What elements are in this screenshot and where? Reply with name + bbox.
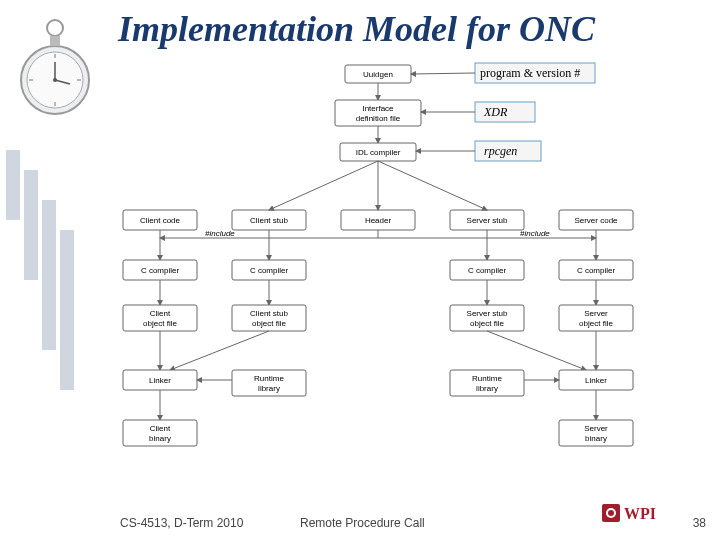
footer-course: CS-4513, D-Term 2010 — [120, 516, 243, 530]
svg-text:C compiler: C compiler — [141, 266, 180, 275]
svg-text:object file: object file — [252, 319, 286, 328]
svg-text:C compiler: C compiler — [577, 266, 616, 275]
svg-text:library: library — [476, 384, 498, 393]
slide-title: Implementation Model for ONC — [118, 8, 595, 50]
svg-text:object file: object file — [470, 319, 504, 328]
callout-xdr: XDR — [483, 105, 508, 119]
svg-line-74 — [170, 331, 269, 370]
svg-line-23 — [411, 73, 475, 74]
row-sources: Client code Client stub Header Server st… — [123, 210, 633, 230]
svg-text:Interface: Interface — [362, 104, 394, 113]
page-number: 38 — [693, 516, 706, 530]
svg-text:object file: object file — [143, 319, 177, 328]
svg-text:binary: binary — [149, 434, 171, 443]
svg-text:C compiler: C compiler — [250, 266, 289, 275]
svg-text:Client stub: Client stub — [250, 309, 288, 318]
svg-rect-12 — [24, 170, 38, 280]
svg-line-75 — [487, 331, 586, 370]
svg-text:C compiler: C compiler — [468, 266, 507, 275]
svg-text:Server: Server — [584, 309, 608, 318]
svg-text:Header: Header — [365, 216, 392, 225]
label-include-left: #include — [205, 229, 235, 238]
svg-text:Server stub: Server stub — [467, 216, 508, 225]
svg-rect-13 — [42, 200, 56, 350]
svg-text:object file: object file — [579, 319, 613, 328]
label-include-right: #include — [520, 229, 550, 238]
svg-rect-3 — [50, 36, 60, 46]
svg-text:library: library — [258, 384, 280, 393]
svg-line-38 — [269, 161, 378, 210]
svg-text:Linker: Linker — [585, 376, 607, 385]
svg-point-10 — [53, 78, 57, 82]
svg-text:Server: Server — [584, 424, 608, 433]
pocketwatch-icon — [10, 10, 100, 130]
callout-rpcgen: rpcgen — [484, 144, 517, 158]
svg-text:Client: Client — [150, 424, 171, 433]
svg-line-40 — [378, 161, 487, 210]
svg-text:binary: binary — [585, 434, 607, 443]
callout-program: program & version # — [480, 66, 580, 80]
svg-rect-11 — [6, 150, 20, 220]
svg-text:definition file: definition file — [356, 114, 401, 123]
wpi-logo: WPI — [602, 502, 682, 524]
svg-text:Linker: Linker — [149, 376, 171, 385]
footer-topic: Remote Procedure Call — [300, 516, 425, 530]
svg-text:WPI: WPI — [624, 505, 656, 522]
svg-text:Runtime: Runtime — [254, 374, 284, 383]
decorative-bars — [0, 140, 100, 400]
svg-text:Runtime: Runtime — [472, 374, 502, 383]
svg-text:Server code: Server code — [574, 216, 618, 225]
box-uuidgen: Uuidgen — [363, 70, 393, 79]
svg-point-2 — [47, 20, 63, 36]
svg-text:Client code: Client code — [140, 216, 181, 225]
svg-text:Client stub: Client stub — [250, 216, 288, 225]
footer: CS-4513, D-Term 2010 Remote Procedure Ca… — [0, 506, 720, 530]
box-idl: IDL compiler — [356, 148, 401, 157]
svg-text:Server stub: Server stub — [467, 309, 508, 318]
svg-point-99 — [608, 510, 614, 516]
onc-diagram: Uuidgen Interface definition file IDL co… — [110, 60, 700, 480]
svg-text:Client: Client — [150, 309, 171, 318]
svg-rect-14 — [60, 230, 74, 390]
